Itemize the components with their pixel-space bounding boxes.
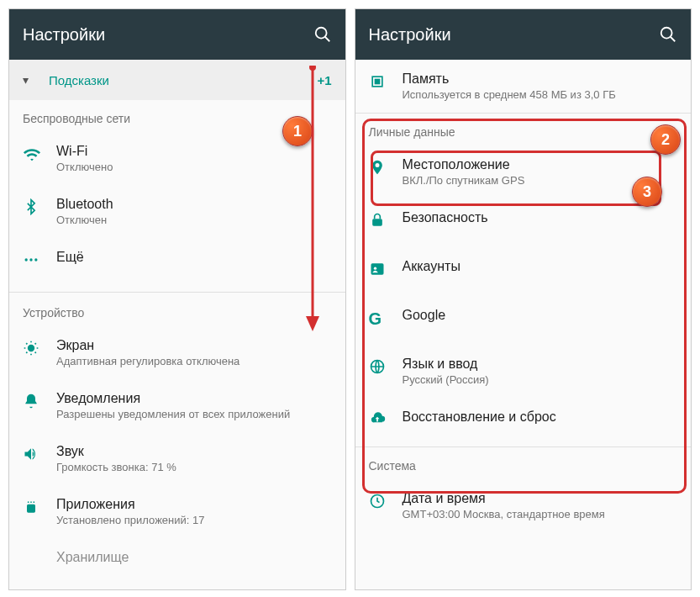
row-more[interactable]: Ещё (9, 238, 345, 287)
sound-title: Звук (56, 444, 332, 459)
bluetooth-sub: Отключен (56, 214, 332, 226)
row-sound[interactable]: Звук Громкость звонка: 71 % (9, 432, 345, 485)
svg-point-10 (661, 28, 672, 39)
bell-icon (23, 391, 56, 409)
row-language[interactable]: Язык и ввод Русский (Россия) (355, 345, 692, 398)
row-accounts[interactable]: Аккаунты (355, 247, 692, 296)
backup-title: Восстановление и сброс (403, 409, 678, 425)
account-icon (369, 259, 403, 277)
hints-label: Подсказки (49, 73, 317, 87)
more-icon (23, 250, 56, 268)
language-title: Язык и ввод (403, 357, 678, 372)
svg-rect-9 (27, 505, 35, 513)
row-datetime[interactable]: Дата и время GMT+03:00 Москва, стандартн… (355, 479, 692, 532)
callout-3: 3 (632, 177, 662, 207)
svg-line-1 (324, 37, 329, 42)
search-icon[interactable] (313, 25, 332, 44)
wifi-sub: Отключено (56, 161, 332, 173)
svg-point-2 (25, 258, 28, 261)
storage-title: Хранилище (56, 550, 332, 565)
row-display[interactable]: Экран Адаптивная регулировка отключена (9, 326, 345, 379)
section-system: Система (355, 446, 692, 479)
google-icon: G (369, 308, 403, 329)
display-sub: Адаптивная регулировка отключена (56, 355, 332, 367)
clock-icon (369, 491, 403, 510)
settings-screen-left: Настройки ▾ Подсказки +1 Беспроводные се… (8, 8, 346, 590)
globe-icon (369, 357, 403, 375)
memory-icon (369, 71, 403, 90)
accounts-title: Аккаунты (403, 259, 678, 274)
page-title: Настройки (23, 25, 313, 45)
page-title: Настройки (369, 25, 660, 45)
row-bluetooth[interactable]: Bluetooth Отключен (9, 185, 345, 238)
lock-icon (369, 210, 403, 229)
row-security[interactable]: Безопасность (355, 198, 692, 247)
storage-icon (23, 550, 56, 552)
row-apps[interactable]: Приложения Установлено приложений: 17 (9, 485, 345, 538)
row-memory[interactable]: Память Используется в среднем 458 МБ из … (355, 60, 692, 113)
cloud-upload-icon (369, 409, 403, 428)
hints-row[interactable]: ▾ Подсказки +1 (9, 60, 345, 100)
svg-point-16 (373, 267, 376, 270)
brightness-icon (23, 338, 56, 357)
datetime-title: Дата и время (403, 491, 678, 506)
svg-point-6 (30, 501, 32, 503)
bluetooth-title: Bluetooth (56, 197, 332, 212)
row-storage-partial[interactable]: Хранилище (9, 538, 345, 587)
appbar: Настройки (9, 9, 345, 60)
svg-rect-13 (375, 80, 379, 84)
settings-screen-right: Настройки Память Используется в среднем … (355, 8, 692, 590)
row-backup[interactable]: Восстановление и сброс (355, 398, 692, 446)
wifi-icon (23, 144, 56, 164)
callout-1: 1 (282, 116, 313, 146)
notifications-sub: Разрешены уведомления от всех приложений (56, 408, 332, 420)
row-notifications[interactable]: Уведомления Разрешены уведомления от все… (9, 379, 345, 432)
svg-point-5 (28, 345, 34, 351)
security-title: Безопасность (403, 210, 678, 225)
apps-icon (23, 497, 56, 515)
google-title: Google (403, 308, 678, 323)
svg-point-7 (28, 501, 29, 503)
more-title: Ещё (56, 250, 332, 265)
location-title: Местоположение (403, 157, 678, 172)
svg-rect-14 (372, 219, 382, 225)
bluetooth-icon (23, 197, 56, 215)
svg-point-4 (34, 258, 37, 261)
section-device: Устройство (9, 292, 345, 326)
appbar: Настройки (355, 9, 692, 60)
language-sub: Русский (Россия) (403, 373, 678, 386)
memory-sub: Используется в среднем 458 МБ из 3,0 ГБ (403, 88, 678, 101)
apps-sub: Установлено приложений: 17 (56, 514, 332, 526)
svg-rect-15 (371, 263, 383, 274)
callout-2: 2 (650, 124, 681, 155)
chevron-down-icon: ▾ (23, 73, 29, 87)
row-google[interactable]: G Google (355, 296, 692, 345)
hints-badge: +1 (317, 73, 331, 87)
svg-line-11 (671, 37, 676, 42)
svg-point-8 (34, 501, 35, 503)
datetime-sub: GMT+03:00 Москва, стандартное время (403, 508, 678, 520)
display-title: Экран (56, 338, 332, 353)
volume-icon (23, 444, 56, 462)
svg-point-0 (315, 28, 326, 39)
notifications-title: Уведомления (56, 391, 332, 406)
memory-title: Память (403, 71, 678, 87)
wifi-title: Wi-Fi (56, 144, 332, 159)
sound-sub: Громкость звонка: 71 % (56, 461, 332, 473)
section-personal: Личные данные (355, 113, 692, 145)
apps-title: Приложения (56, 497, 332, 512)
search-icon[interactable] (659, 25, 677, 44)
svg-point-3 (29, 258, 32, 261)
location-icon (369, 157, 403, 176)
